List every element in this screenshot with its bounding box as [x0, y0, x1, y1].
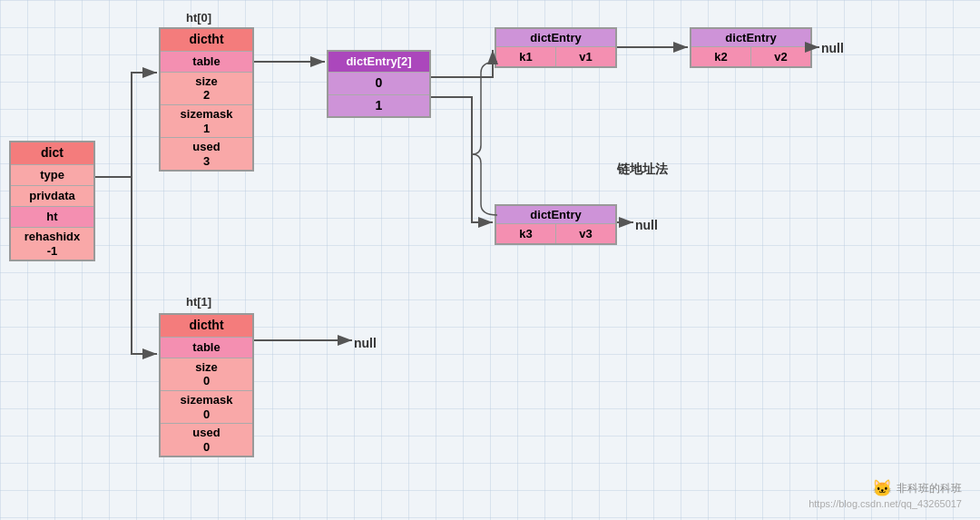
ht0-table: table [161, 52, 252, 73]
null-label-1: null [821, 41, 844, 55]
entry2-0: 0 [328, 73, 429, 95]
ht0-sizemask: sizemask1 [161, 105, 252, 138]
entry2-1: 1 [328, 95, 429, 117]
v2-cell: v2 [751, 47, 810, 66]
entry-k1v1: dictEntry k1 v1 [495, 27, 617, 68]
ht0-label: ht[0] [186, 11, 211, 25]
ht1-label: ht[1] [186, 295, 211, 309]
ht1-header: dictht [161, 315, 252, 338]
entry2-header: dictEntry[2] [328, 52, 429, 73]
ht1-used: used0 [161, 424, 252, 456]
ht1-box: dictht table size0 sizemask0 used0 [159, 313, 254, 457]
ht1-table: table [161, 338, 252, 358]
entry2-box: dictEntry[2] 0 1 [327, 50, 431, 118]
watermark: 🐱 非科班的科班 https://blog.csdn.net/qq_432650… [808, 478, 962, 509]
entry-k3v3-header: dictEntry [496, 206, 615, 224]
ht1-sizemask: sizemask0 [161, 391, 252, 424]
entry-k3v3: dictEntry k3 v3 [495, 204, 617, 245]
ht0-used: used3 [161, 138, 252, 170]
dict-box: dict type privdata ht rehashidx-1 [9, 141, 95, 261]
watermark-line2: https://blog.csdn.net/qq_43265017 [808, 498, 962, 509]
arrows-overlay [0, 0, 980, 520]
ht0-header: dictht [161, 29, 252, 52]
ht0-size: size2 [161, 73, 252, 105]
watermark-line1: 🐱 非科班的科班 [808, 478, 962, 498]
null-label-3: null [354, 336, 377, 350]
dict-rehashidx: rehashidx-1 [11, 228, 93, 260]
k2-cell: k2 [691, 47, 751, 66]
ht0-box: dictht table size2 sizemask1 used3 [159, 27, 254, 172]
k1-cell: k1 [496, 47, 556, 66]
diagram-container: dict type privdata ht rehashidx-1 ht[0] … [0, 0, 980, 520]
ht1-size: size0 [161, 358, 252, 391]
v3-cell: v3 [556, 224, 615, 243]
v1-cell: v1 [556, 47, 615, 66]
dict-type: type [11, 165, 93, 186]
entry-k2v2-header: dictEntry [691, 29, 810, 47]
dict-ht: ht [11, 207, 93, 228]
null-label-2: null [635, 218, 658, 232]
chain-label: 链地址法 [617, 162, 668, 178]
entry-k2v2: dictEntry k2 v2 [690, 27, 812, 68]
dict-header: dict [11, 142, 93, 165]
entry-k1v1-header: dictEntry [496, 29, 615, 47]
dict-privdata: privdata [11, 186, 93, 207]
k3-cell: k3 [496, 224, 556, 243]
